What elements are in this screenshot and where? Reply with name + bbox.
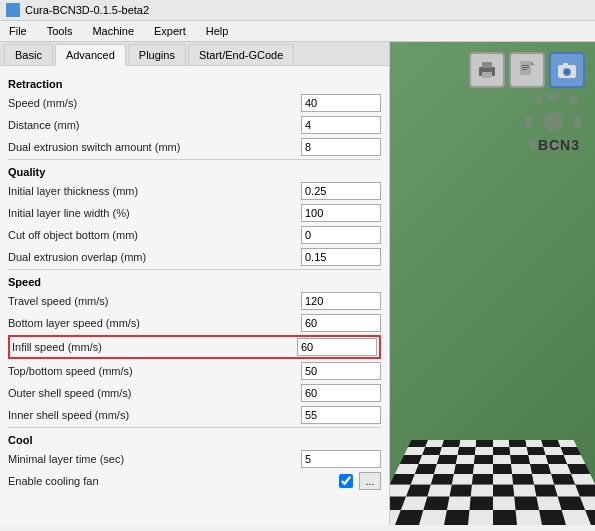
checker-cell [493,474,514,485]
checker-cell [449,485,472,497]
checker-cell [557,440,577,447]
initial-layer-width-label: Initial layer line width (%) [8,207,301,219]
checker-cell [473,464,493,474]
checker-cell [493,440,510,447]
checker-grid [390,440,595,525]
retraction-speed-label: Speed (mm/s) [8,97,301,109]
tab-start-end-gcode[interactable]: Start/End-GCode [188,44,294,65]
infill-speed-label: Infill speed (mm/s) [12,341,297,353]
menu-tools[interactable]: Tools [42,23,78,39]
checker-cell [493,485,515,497]
outer-shell-speed-input[interactable] [301,384,381,402]
checker-cell [439,447,458,455]
checker-cell [419,510,446,525]
svg-rect-6 [522,65,529,66]
checker-cell [431,474,454,485]
cut-off-bottom-row: Cut off object bottom (mm) [8,225,381,245]
menu-help[interactable]: Help [201,23,234,39]
printer-icon [477,60,497,80]
title-text: Cura-BCN3D-0.1.5-beta2 [25,4,149,16]
checker-cell [493,455,512,464]
divider-3 [8,427,381,428]
inner-shell-speed-input[interactable] [301,406,381,424]
outer-shell-speed-row: Outer shell speed (mm/s) [8,383,381,403]
left-panel: Basic Advanced Plugins Start/End-GCode R… [0,42,390,525]
checker-cell [510,455,529,464]
retraction-dual-switch-input[interactable] [301,138,381,156]
main-layout: Basic Advanced Plugins Start/End-GCode R… [0,42,595,525]
section-cool-header: Cool [8,434,381,446]
retraction-distance-label: Distance (mm) [8,119,301,131]
infill-speed-row: Infill speed (mm/s) [8,335,381,359]
travel-speed-label: Travel speed (mm/s) [8,295,301,307]
retraction-distance-input[interactable] [301,116,381,134]
initial-layer-thickness-label: Initial layer thickness (mm) [8,185,301,197]
settings-content: Retraction Speed (mm/s) Distance (mm) Du… [0,66,389,525]
minimal-layer-time-label: Minimal layer time (sec) [8,453,301,465]
checker-cell [509,440,527,447]
tab-plugins[interactable]: Plugins [128,44,186,65]
initial-layer-thickness-row: Initial layer thickness (mm) [8,181,381,201]
menu-bar: File Tools Machine Expert Help [0,21,595,42]
title-bar: Cura-BCN3D-0.1.5-beta2 [0,0,595,21]
checker-cell [514,496,538,509]
svg-marker-5 [531,61,535,65]
checker-cell [571,474,595,485]
retraction-speed-input[interactable] [301,94,381,112]
menu-expert[interactable]: Expert [149,23,191,39]
initial-layer-width-input[interactable] [301,204,381,222]
top-bottom-speed-input[interactable] [301,362,381,380]
bottom-layer-speed-label: Bottom layer speed (mm/s) [8,317,301,329]
section-speed-header: Speed [8,276,381,288]
enable-cooling-fan-checkbox[interactable] [339,474,353,488]
dual-extrusion-overlap-input[interactable] [301,248,381,266]
svg-rect-1 [482,62,492,68]
minimal-layer-time-input[interactable] [301,450,381,468]
svg-rect-2 [482,72,492,78]
viewport-icons [469,52,585,88]
retraction-dual-switch-row: Dual extrusion switch amount (mm) [8,137,381,157]
document-icon-btn[interactable] [509,52,545,88]
checker-cell [493,447,511,455]
checker-cell [471,485,493,497]
checker-cell [446,496,470,509]
travel-speed-input[interactable] [301,292,381,310]
checker-cell [575,485,595,497]
bcn3d-label: BCN3 [538,137,580,153]
inner-shell-speed-label: Inner shell speed (mm/s) [8,409,301,421]
checker-cell [468,510,493,525]
checkerboard-floor [390,440,595,525]
cooling-fan-extra-btn[interactable]: ... [359,472,381,490]
retraction-distance-row: Distance (mm) [8,115,381,135]
cut-off-bottom-label: Cut off object bottom (mm) [8,229,301,241]
checker-cell [493,496,516,509]
checker-cell [563,455,585,464]
dual-extrusion-overlap-row: Dual extrusion overlap (mm) [8,247,381,267]
camera-icon-btn[interactable] [549,52,585,88]
svg-point-11 [565,70,570,75]
checker-cell [476,440,493,447]
bottom-layer-speed-input[interactable] [301,314,381,332]
tab-basic[interactable]: Basic [4,44,53,65]
checker-cell [509,447,527,455]
travel-speed-row: Travel speed (mm/s) [8,291,381,311]
initial-layer-thickness-input[interactable] [301,182,381,200]
checker-cell [513,485,536,497]
divider-2 [8,269,381,270]
menu-machine[interactable]: Machine [87,23,139,39]
checker-cell [560,447,581,455]
infill-speed-input[interactable] [297,338,377,356]
checker-cell [493,510,518,525]
initial-layer-width-row: Initial layer line width (%) [8,203,381,223]
cut-off-bottom-input[interactable] [301,226,381,244]
checker-cell [459,440,477,447]
menu-file[interactable]: File [4,23,32,39]
checker-cell [474,455,493,464]
svg-rect-7 [522,67,529,68]
tab-advanced[interactable]: Advanced [55,44,126,66]
checker-cell [427,485,451,497]
enable-cooling-fan-label: Enable cooling fan [8,475,339,487]
checker-cell [444,510,470,525]
logo-area: BCN3 [469,52,585,88]
print-icon-btn[interactable] [469,52,505,88]
